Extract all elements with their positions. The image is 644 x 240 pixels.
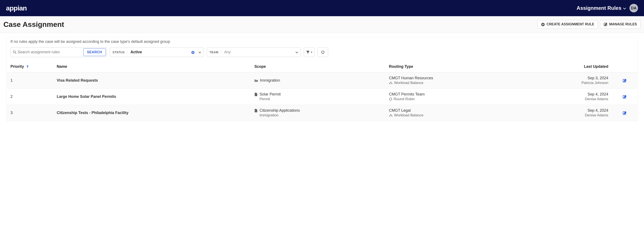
scope-sub-text: Permit <box>260 97 381 101</box>
search-icon <box>13 50 17 54</box>
workload-balance-icon <box>389 113 393 118</box>
sort-asc-icon <box>26 64 29 69</box>
small-caret-icon <box>311 50 312 54</box>
brand-logo: appian <box>6 4 27 12</box>
manage-rules-button[interactable]: MANAGE RULES <box>600 20 640 29</box>
priority-cell: 2 <box>6 89 53 105</box>
create-assignment-rule-button[interactable]: CREATE ASSIGNMENT RULE <box>538 20 598 29</box>
scope-title-text: Immigration <box>260 78 280 83</box>
routing-team-text: CMGT Human Resources <box>389 76 532 80</box>
scope-sub-text: Immigration <box>260 113 381 118</box>
updated-by-text: Patricia Johnson <box>540 81 608 85</box>
team-label: TEAM <box>207 50 221 54</box>
status-caret-icon[interactable] <box>196 50 204 54</box>
scope-title-text: Citizenship Applications <box>260 108 300 113</box>
nav-dropdown[interactable]: Assignment Rules <box>577 5 626 11</box>
action-cell <box>612 105 638 121</box>
updated-by-text: Denise Adams <box>540 97 608 101</box>
updated-date-text: Sep 3, 2024 <box>540 76 608 80</box>
workload-balance-icon <box>389 81 393 85</box>
round-robin-icon <box>389 97 392 101</box>
table-row: 3Citizenship Tests - Philadelphia Facili… <box>6 105 638 121</box>
routing-cell: CMGT Permits TeamRound Robin <box>385 89 536 105</box>
manage-button-label: MANAGE RULES <box>609 22 637 26</box>
routing-team-text: CMGT Legal <box>389 108 532 113</box>
team-filter[interactable]: TEAM Any <box>207 48 301 57</box>
scope-cell: Citizenship ApplicationsImmigration <box>250 105 385 121</box>
edit-row-button[interactable] <box>623 94 627 99</box>
routing-type-text: Round Robin <box>394 97 415 101</box>
user-avatar[interactable]: DA <box>630 4 638 12</box>
edit-row-button[interactable] <box>623 78 627 83</box>
filters-row: SEARCH STATUS Active TEAM Any <box>6 47 638 60</box>
status-value: Active <box>127 50 190 54</box>
scope-title-text: Solar Permit <box>260 92 280 97</box>
routing-team-text: CMGT Permits Team <box>389 92 532 97</box>
team-placeholder: Any <box>221 50 293 54</box>
col-action-header <box>612 61 638 72</box>
priority-cell: 3 <box>6 105 53 121</box>
header-actions: CREATE ASSIGNMENT RULE MANAGE RULES <box>538 20 640 29</box>
status-clear-icon[interactable] <box>190 50 196 54</box>
name-cell: Visa Related Requests <box>53 72 250 89</box>
routing-type-text: Workload Balance <box>394 81 424 85</box>
table-header-row: Priority Name Scope Routing Type Last Up… <box>6 61 638 72</box>
table-row: 2Large Home Solar Panel PermitsSolar Per… <box>6 89 638 105</box>
rules-card: If no rules apply the case will be assig… <box>6 37 638 121</box>
status-label: STATUS <box>110 50 128 54</box>
scope-cell: Immigration <box>250 72 385 89</box>
priority-cell: 1 <box>6 72 53 89</box>
routing-cell: CMGT LegalWorkload Balance <box>385 105 536 121</box>
folder-icon <box>254 78 258 83</box>
status-filter[interactable]: STATUS Active <box>110 48 204 57</box>
nav-title-text: Assignment Rules <box>577 5 621 11</box>
updated-date-text: Sep 4, 2024 <box>540 92 608 97</box>
hint-text: If no rules apply the case will be assig… <box>6 37 638 47</box>
caret-down-icon <box>623 5 626 11</box>
search-group: SEARCH <box>10 47 107 57</box>
name-cell: Citizenship Tests - Philadelphia Facilit… <box>53 105 250 121</box>
file-icon <box>254 92 258 97</box>
funnel-icon <box>306 50 310 54</box>
create-button-label: CREATE ASSIGNMENT RULE <box>546 22 594 26</box>
routing-type-text: Workload Balance <box>394 113 424 118</box>
updated-cell: Sep 3, 2024Patricia Johnson <box>536 72 612 89</box>
topbar-right: Assignment Rules DA <box>577 4 638 12</box>
routing-cell: CMGT Human ResourcesWorkload Balance <box>385 72 536 89</box>
rules-table: Priority Name Scope Routing Type Last Up… <box>6 61 638 121</box>
content-area: If no rules apply the case will be assig… <box>0 33 644 125</box>
edit-row-button[interactable] <box>623 111 627 115</box>
search-input-wrap <box>11 48 83 57</box>
page-header: Case Assignment CREATE ASSIGNMENT RULE M… <box>0 16 644 33</box>
updated-date-text: Sep 4, 2024 <box>540 108 608 113</box>
updated-by-text: Denise Adams <box>540 113 608 118</box>
scope-cell: Solar PermitPermit <box>250 89 385 105</box>
action-cell <box>612 72 638 89</box>
file-icon <box>254 108 258 113</box>
search-button[interactable]: SEARCH <box>83 48 106 56</box>
col-updated-header[interactable]: Last Updated <box>536 61 612 72</box>
name-cell: Large Home Solar Panel Permits <box>53 89 250 105</box>
col-priority-header[interactable]: Priority <box>6 61 53 72</box>
search-input[interactable] <box>17 48 81 56</box>
updated-cell: Sep 4, 2024Denise Adams <box>536 89 612 105</box>
filter-options-button[interactable] <box>304 48 314 57</box>
refresh-button[interactable] <box>318 48 328 57</box>
refresh-icon <box>321 50 325 54</box>
col-scope-header[interactable]: Scope <box>250 61 385 72</box>
table-row: 1Visa Related RequestsImmigrationCMGT Hu… <box>6 72 638 89</box>
edit-square-icon <box>604 22 608 26</box>
updated-cell: Sep 4, 2024Denise Adams <box>536 105 612 121</box>
col-name-header[interactable]: Name <box>53 61 250 72</box>
action-cell <box>612 89 638 105</box>
plus-circle-icon <box>541 22 545 26</box>
page-title: Case Assignment <box>4 20 64 28</box>
team-caret-icon[interactable] <box>293 50 301 54</box>
priority-header-text: Priority <box>10 64 24 69</box>
topbar: appian Assignment Rules DA <box>0 0 644 16</box>
col-routing-header[interactable]: Routing Type <box>385 61 536 72</box>
svg-point-2 <box>13 51 16 53</box>
